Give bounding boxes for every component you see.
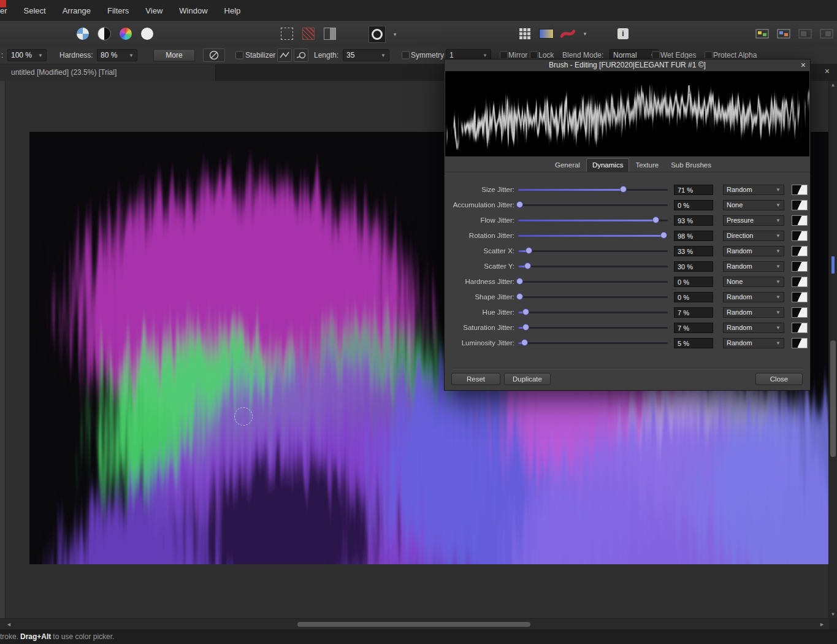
flow-jitter-slider[interactable] — [518, 213, 668, 228]
mode-dropdown[interactable]: Random▼ — [723, 246, 784, 256]
value-field[interactable]: 30 % — [674, 261, 713, 272]
ramp-icon[interactable] — [792, 338, 808, 348]
scroll-right-icon[interactable]: ► — [819, 621, 825, 627]
info-icon[interactable]: i — [615, 26, 631, 42]
protect-alpha-checkbox[interactable] — [705, 52, 713, 59]
wet-edges-checkbox[interactable] — [652, 52, 660, 59]
rotation-jitter-slider[interactable] — [518, 228, 668, 243]
vertical-scrollbar[interactable]: ▲ ▼ — [828, 81, 837, 618]
scatter-x-slider[interactable] — [518, 243, 668, 259]
mode-dropdown[interactable]: None▼ — [723, 200, 784, 210]
develop-persona-icon[interactable] — [118, 26, 134, 42]
gradient-icon[interactable] — [538, 26, 554, 42]
more-button[interactable]: More — [153, 49, 195, 61]
mode-dropdown[interactable]: Random▼ — [723, 323, 784, 333]
value-field[interactable]: 0 % — [674, 200, 713, 210]
size-jitter-slider[interactable] — [518, 182, 668, 197]
value-field[interactable]: 0 % — [674, 277, 713, 287]
mode-dropdown[interactable]: Pressure▼ — [723, 215, 784, 226]
slider-thumb[interactable] — [620, 186, 627, 193]
mask-icon[interactable] — [369, 26, 386, 43]
scroll-down-icon[interactable]: ▼ — [829, 611, 837, 617]
ramp-icon[interactable] — [792, 292, 808, 302]
ramp-icon[interactable] — [792, 185, 808, 195]
luminosity-jitter-slider[interactable] — [518, 335, 668, 351]
panel-icon-disabled-1[interactable] — [797, 26, 813, 42]
tone-mapping-persona-icon[interactable] — [139, 26, 155, 42]
lock-checkbox[interactable] — [530, 52, 538, 59]
document-tab[interactable]: untitled [Modified] (23.5%) [Trial] — [0, 64, 216, 81]
ramp-icon[interactable] — [792, 307, 808, 318]
slider-thumb[interactable] — [526, 247, 532, 254]
hardness-combo[interactable]: 80 %▼ — [97, 49, 137, 61]
horizontal-scrollbar[interactable]: ◄ ► — [0, 618, 837, 630]
pattern-square-icon[interactable] — [322, 26, 338, 42]
scroll-left-icon[interactable]: ◄ — [6, 621, 12, 627]
ramp-icon[interactable] — [792, 246, 808, 256]
ramp-icon[interactable] — [792, 277, 808, 287]
value-field[interactable]: 0 % — [674, 292, 713, 302]
close-icon[interactable]: × — [825, 67, 830, 75]
rope-stabilizer-button[interactable] — [277, 48, 292, 62]
slider-thumb[interactable] — [522, 309, 529, 315]
menu-item-help[interactable]: Help — [224, 6, 241, 15]
mode-dropdown[interactable]: Random▼ — [723, 261, 784, 272]
chevron-down-icon[interactable]: ▾ — [391, 31, 399, 37]
value-field[interactable]: 7 % — [674, 323, 713, 333]
mode-dropdown[interactable]: Random▼ — [723, 307, 784, 318]
value-field[interactable]: 7 % — [674, 307, 713, 318]
slider-thumb[interactable] — [652, 217, 659, 223]
photo-persona-icon[interactable] — [75, 26, 91, 42]
marquee-icon[interactable] — [279, 26, 295, 42]
menu-item-filters[interactable]: Filters — [107, 6, 129, 15]
ramp-icon[interactable] — [792, 323, 808, 333]
grid-icon[interactable] — [517, 26, 533, 42]
quick-mask-icon[interactable] — [300, 26, 316, 42]
mode-dropdown[interactable]: Random▼ — [723, 338, 784, 348]
slider-thumb[interactable] — [516, 201, 523, 208]
brush-nozzle-button[interactable] — [203, 48, 225, 62]
mode-dropdown[interactable]: Direction▼ — [723, 231, 784, 241]
close-icon[interactable]: × — [801, 60, 806, 70]
symmetry-checkbox[interactable] — [402, 52, 410, 59]
chevron-down-icon[interactable]: ▾ — [581, 31, 589, 37]
scroll-up-icon[interactable]: ▲ — [829, 82, 837, 88]
color-swatch-icon-2[interactable] — [776, 26, 792, 42]
vertical-scroll-thumb[interactable] — [830, 340, 836, 457]
panel-icon-disabled-2[interactable] — [819, 26, 835, 42]
shape-jitter-slider[interactable] — [518, 289, 668, 305]
stabilizer-checkbox[interactable] — [235, 52, 243, 59]
ramp-icon[interactable] — [792, 231, 808, 241]
menu-item-arrange[interactable]: Arrange — [63, 6, 91, 15]
tab-texture[interactable]: Texture — [629, 158, 665, 172]
horizontal-scroll-thumb[interactable] — [297, 622, 530, 627]
window-stabilizer-button[interactable] — [294, 48, 308, 62]
slider-thumb[interactable] — [521, 339, 528, 346]
menu-item-select[interactable]: Select — [24, 6, 46, 15]
length-combo[interactable]: 35▼ — [343, 49, 389, 61]
value-field[interactable]: 33 % — [674, 246, 713, 256]
mirror-checkbox[interactable] — [500, 52, 508, 59]
value-field[interactable]: 93 % — [674, 215, 713, 226]
tab-sub-brushes[interactable]: Sub Brushes — [665, 158, 717, 172]
scatter-y-slider[interactable] — [518, 259, 668, 274]
slider-thumb[interactable] — [516, 293, 523, 300]
slider-thumb[interactable] — [522, 324, 529, 331]
liquify-persona-icon[interactable] — [96, 26, 112, 42]
menu-item-view[interactable]: View — [145, 6, 162, 15]
accumulation-jitter-slider[interactable] — [518, 197, 668, 213]
close-button[interactable]: Close — [755, 373, 803, 385]
reset-button[interactable]: Reset — [451, 373, 500, 385]
mode-dropdown[interactable]: Random▼ — [723, 292, 784, 302]
color-swatch-icon-1[interactable] — [754, 26, 770, 42]
slider-thumb[interactable] — [524, 263, 531, 269]
slider-thumb[interactable] — [516, 278, 523, 285]
mode-dropdown[interactable]: Random▼ — [723, 185, 784, 195]
slider-thumb[interactable] — [660, 232, 667, 239]
hue-jitter-slider[interactable] — [518, 305, 668, 320]
mode-dropdown[interactable]: None▼ — [723, 277, 784, 287]
duplicate-button[interactable]: Duplicate — [504, 373, 551, 385]
ramp-icon[interactable] — [792, 200, 808, 210]
value-field[interactable]: 5 % — [674, 338, 713, 348]
ramp-icon[interactable] — [792, 261, 808, 272]
